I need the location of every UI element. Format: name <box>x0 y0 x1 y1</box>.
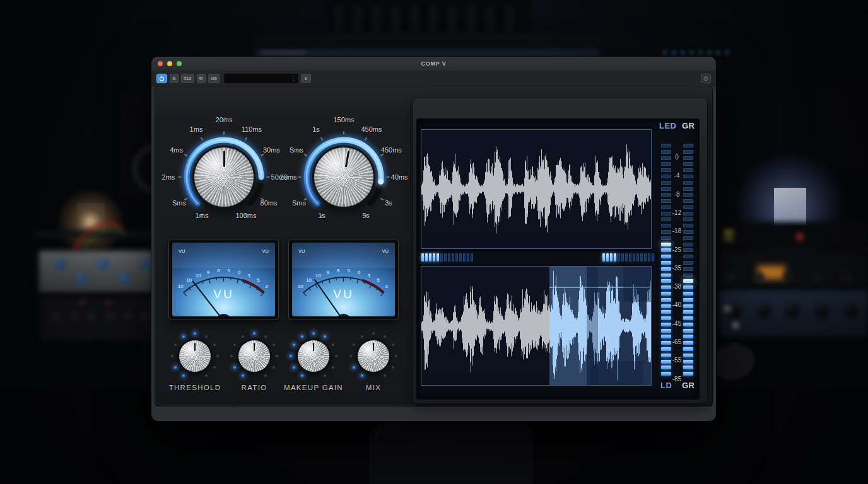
preset-field[interactable]: ⋮ <box>224 74 298 83</box>
knob-led-dot <box>301 335 303 338</box>
strip-led-segment <box>644 253 647 262</box>
dial-scale-label: 80ms <box>261 199 278 207</box>
knob-led-dot <box>205 335 208 338</box>
svg-text:10: 10 <box>315 273 321 279</box>
db-scale-label: -25 <box>667 246 686 253</box>
knob-led-dot <box>384 335 386 338</box>
close-button[interactable] <box>158 61 163 66</box>
plugin-panel: 1msSms2ms4ms1ms20ms110ms30ms50ms80ms100m… <box>155 86 713 406</box>
strip-led-segment <box>459 253 462 262</box>
knob-led-dot <box>182 335 185 338</box>
knob-led-dot <box>395 355 397 357</box>
led-strip-left <box>421 253 473 262</box>
meter-led-segment <box>683 236 693 240</box>
knob-led-dot <box>332 343 334 346</box>
dial-scale-label: Sms <box>172 199 186 207</box>
knob-led-dot <box>349 355 352 357</box>
svg-text:5: 5 <box>348 268 351 274</box>
strip-led-segment <box>610 253 613 262</box>
minimize-button[interactable] <box>167 61 172 66</box>
dial-scale-label: 1ms <box>196 212 209 219</box>
release-dial: 1sSms20msSms1s150ms450ms450ms40ms3s5s <box>281 114 407 240</box>
meter-led-segment <box>683 217 693 221</box>
latency-button[interactable]: 512 <box>181 74 194 83</box>
meter-led-segment <box>683 168 693 172</box>
strip-led-segment <box>429 253 431 262</box>
strip-led-segment <box>602 253 605 262</box>
window-titlebar[interactable]: COMP V <box>151 57 716 71</box>
meter-led-segment <box>661 255 671 258</box>
dial-scale-label: 30ms <box>263 146 280 154</box>
knob-led-dot <box>242 374 244 377</box>
dial-scale-label: 150ms <box>333 116 354 124</box>
preset-chevron-button[interactable]: ∨ <box>301 74 311 83</box>
meter-led-segment <box>683 274 693 277</box>
strip-led-segment <box>625 253 628 262</box>
svg-text:VU: VU <box>382 248 389 254</box>
meter-led-segment <box>661 274 671 277</box>
knob-led-dot <box>392 366 394 369</box>
meter-led-segment <box>683 162 693 166</box>
release-knob[interactable] <box>314 147 373 207</box>
knob-led-dot <box>264 374 267 377</box>
svg-text:10: 10 <box>306 277 312 283</box>
strip-led-segment <box>440 253 443 262</box>
strip-led-segment <box>606 253 609 262</box>
strip-led-segment <box>633 253 635 262</box>
knob-led-dot <box>174 366 177 369</box>
meter-led-segment <box>683 144 693 147</box>
knob-led-dot <box>276 355 278 357</box>
knob-led-dot <box>205 374 208 377</box>
meter-led-segment <box>661 150 671 154</box>
dial-scale-label: 1ms <box>190 125 203 133</box>
mix-knob[interactable] <box>342 325 405 388</box>
makeup-gain-knob[interactable] <box>282 325 345 388</box>
attack-knob[interactable] <box>194 147 254 207</box>
svg-text:2: 2 <box>265 284 268 289</box>
knob-led-dot <box>273 343 275 346</box>
dial-scale-label: 450ms <box>361 125 382 133</box>
svg-text:10: 10 <box>298 284 303 289</box>
power-button[interactable] <box>156 74 167 83</box>
dial-scale-label: 40ms <box>391 173 408 181</box>
knob-led-dot <box>194 332 196 335</box>
meter-led-segment <box>683 255 693 258</box>
knob-led-dot <box>361 335 363 338</box>
strip-led-segment <box>618 253 620 262</box>
svg-text:8: 8 <box>217 268 220 274</box>
strip-led-segment <box>636 253 639 262</box>
knob-led-dot <box>174 343 177 346</box>
dial-scale-label: 110ms <box>242 125 262 133</box>
svg-text:VU: VU <box>298 248 305 254</box>
knob-led-dot <box>293 366 295 369</box>
knob-led-dot <box>372 332 375 335</box>
knob-led-dot <box>353 343 355 346</box>
knob-led-dot <box>332 366 334 369</box>
settings-button[interactable]: ◎ <box>701 74 711 83</box>
preset-menu-icon: ⋮ <box>291 76 296 81</box>
phase-button[interactable]: Φ <box>197 74 206 83</box>
compare-button[interactable]: A <box>170 74 179 83</box>
strip-led-segment <box>425 253 428 262</box>
meter-led-segment <box>661 347 671 351</box>
db-scale-label: -18 <box>667 228 686 234</box>
svg-text:2: 2 <box>385 284 388 289</box>
zoom-button[interactable] <box>177 61 182 66</box>
display-panel: LED GR 0-4-8-12-18-25-35-38-40-45-65-55-… <box>412 98 708 404</box>
meter-led-segment <box>661 236 671 240</box>
threshold-knob[interactable] <box>163 325 226 388</box>
knob-led-dot <box>290 355 292 357</box>
strip-led-segment <box>652 253 654 262</box>
knob-led-dot <box>312 332 315 335</box>
vu-meter-right: 1010109850352VUVUVU <box>288 239 399 320</box>
vu-screen: 1010109850352VUVUVU <box>292 243 395 316</box>
ratio-knob[interactable] <box>223 325 286 388</box>
gr-footer-label: GR <box>682 381 695 390</box>
dial-scale-label: 100ms <box>235 212 256 219</box>
svg-text:9: 9 <box>207 270 210 275</box>
meter-led-segment <box>661 310 671 314</box>
db-scale-label: -55 <box>667 357 686 364</box>
knob-led-dot <box>353 366 355 369</box>
routing-button[interactable]: O6 <box>208 74 220 83</box>
power-icon <box>159 76 165 81</box>
